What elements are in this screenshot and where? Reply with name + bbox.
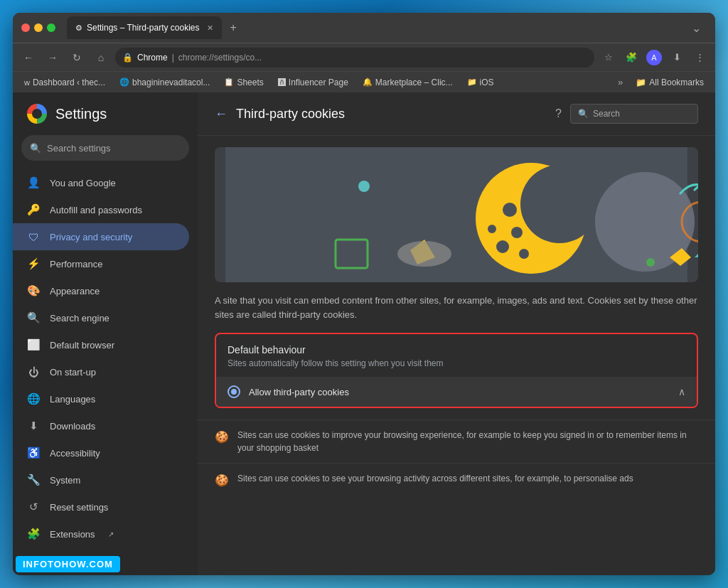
radio-selected-icon bbox=[228, 385, 240, 398]
accessibility-icon: ♿ bbox=[27, 447, 40, 459]
appearance-icon: 🎨 bbox=[27, 284, 40, 297]
sidebar-item-startup[interactable]: ⏻ On start-up bbox=[13, 358, 189, 385]
bookmark-w-icon: w bbox=[24, 78, 30, 87]
cookie-icon-1: 🍪 bbox=[215, 430, 229, 444]
sidebar-label-extensions: Extensions bbox=[50, 529, 95, 540]
svg-point-3 bbox=[520, 165, 599, 243]
profile-button[interactable]: A bbox=[644, 48, 664, 68]
autofill-icon: 🔑 bbox=[27, 203, 40, 216]
cookie-illustration bbox=[215, 147, 698, 282]
active-tab[interactable]: ⚙ Settings – Third-party cookies ✕ bbox=[67, 16, 222, 39]
sidebar-label-you-and-google: You and Google bbox=[50, 178, 116, 188]
reload-button[interactable]: ↻ bbox=[67, 48, 87, 68]
page-search-box[interactable]: 🔍 Search bbox=[570, 104, 698, 124]
bookmark-star-button[interactable]: ☆ bbox=[599, 48, 619, 68]
forward-button[interactable]: → bbox=[43, 48, 63, 68]
page-search-label: Search bbox=[593, 109, 620, 119]
help-button[interactable]: ? bbox=[555, 107, 562, 120]
sidebar-label-default-browser: Default browser bbox=[50, 340, 114, 351]
maximize-button[interactable] bbox=[47, 23, 55, 32]
sub-option-text-2: Sites can use cookies to see your browsi… bbox=[237, 472, 633, 485]
sidebar-label-autofill: Autofill and passwords bbox=[50, 205, 142, 215]
performance-icon: ⚡ bbox=[27, 257, 40, 270]
bookmark-marketplace-label: Marketplace – Clic... bbox=[375, 77, 453, 87]
sub-option-text-1: Sites can use cookies to improve your br… bbox=[237, 429, 698, 454]
section-title: Default behaviour bbox=[216, 334, 697, 358]
tab-close-button[interactable]: ✕ bbox=[207, 23, 213, 33]
sidebar-item-system[interactable]: 🔧 System bbox=[13, 466, 189, 493]
bookmark-influencer[interactable]: 🅰 Influencer Page bbox=[272, 76, 354, 89]
bookmark-sheets[interactable]: 📋 Sheets bbox=[218, 76, 269, 89]
you-google-icon: 👤 bbox=[27, 176, 40, 189]
minimize-button[interactable] bbox=[34, 23, 43, 32]
profile-avatar[interactable]: A bbox=[646, 50, 662, 65]
default-browser-icon: ⬜ bbox=[27, 338, 40, 351]
bookmark-bhagini[interactable]: 🌐 bhagininevaditacol... bbox=[114, 76, 215, 89]
sidebar-item-default-browser[interactable]: ⬜ Default browser bbox=[13, 331, 189, 358]
svg-point-12 bbox=[397, 241, 451, 267]
sidebar-item-downloads[interactable]: ⬇ Downloads bbox=[13, 412, 189, 439]
page-search-icon: 🔍 bbox=[578, 109, 589, 119]
sidebar-label-privacy: Privacy and security bbox=[50, 232, 132, 242]
sidebar-item-autofill[interactable]: 🔑 Autofill and passwords bbox=[13, 196, 189, 223]
option-label: Allow third-party cookies bbox=[249, 387, 349, 397]
traffic-lights bbox=[21, 23, 55, 32]
sub-option-1: 🍪 Sites can use cookies to improve your … bbox=[198, 419, 715, 463]
external-link-icon: ↗ bbox=[108, 530, 114, 538]
bookmarks-bar: w Dashboard ‹ thec... 🌐 bhagininevaditac… bbox=[13, 71, 715, 92]
bookmark-ios[interactable]: 📁 iOS bbox=[461, 76, 500, 89]
bookmark-marketplace[interactable]: 🔔 Marketplace – Clic... bbox=[357, 76, 459, 89]
sidebar-label-accessibility: Accessibility bbox=[50, 448, 100, 459]
allow-third-party-option[interactable]: Allow third-party cookies ∧ bbox=[216, 377, 697, 407]
sidebar-item-appearance[interactable]: 🎨 Appearance bbox=[13, 277, 189, 304]
sidebar-item-performance[interactable]: ⚡ Performance bbox=[13, 250, 189, 277]
back-button[interactable]: ← bbox=[18, 48, 38, 68]
download-button[interactable]: ⬇ bbox=[667, 48, 687, 68]
settings-header: Settings bbox=[13, 92, 198, 135]
title-bar-more[interactable]: ⌄ bbox=[686, 18, 707, 38]
search-settings-box[interactable]: 🔍 Search settings bbox=[21, 135, 189, 161]
svg-point-6 bbox=[488, 225, 496, 233]
page-back-button[interactable]: ← bbox=[215, 107, 228, 122]
sidebar-label-downloads: Downloads bbox=[50, 421, 95, 432]
sidebar-item-privacy[interactable]: 🛡 Privacy and security bbox=[13, 223, 189, 250]
close-button[interactable] bbox=[21, 23, 30, 32]
chrome-logo-icon bbox=[27, 104, 47, 124]
reset-icon: ↺ bbox=[27, 501, 40, 513]
sidebar-label-appearance: Appearance bbox=[50, 286, 100, 296]
sidebar-label-performance: Performance bbox=[50, 259, 102, 269]
extensions-button[interactable]: 🧩 bbox=[621, 48, 641, 68]
page-description: A site that you visit can embed content … bbox=[215, 294, 698, 321]
page-title-area: ← Third-party cookies bbox=[215, 107, 345, 122]
sidebar-item-extensions[interactable]: 🧩 Extensions ↗ bbox=[13, 520, 189, 547]
header-right: ? 🔍 Search bbox=[555, 104, 698, 124]
title-bar: ⚙ Settings – Third-party cookies ✕ + ⌄ bbox=[13, 13, 715, 43]
search-engine-icon: 🔍 bbox=[27, 311, 40, 324]
folder-icon: 📁 bbox=[636, 77, 646, 87]
address-bar[interactable]: 🔒 Chrome | chrome://settings/co... bbox=[115, 48, 594, 68]
chevron-up-icon[interactable]: ∧ bbox=[678, 386, 685, 397]
sidebar-item-accessibility[interactable]: ♿ Accessibility bbox=[13, 439, 189, 466]
settings-title: Settings bbox=[55, 106, 107, 122]
sidebar-item-search-engine[interactable]: 🔍 Search engine bbox=[13, 304, 189, 331]
home-button[interactable]: ⌂ bbox=[91, 48, 111, 68]
bookmarks-more-button[interactable]: » bbox=[614, 75, 627, 89]
extensions-nav-icon: 🧩 bbox=[27, 528, 40, 540]
sidebar-item-languages[interactable]: 🌐 Languages bbox=[13, 385, 189, 412]
all-bookmarks-button[interactable]: 📁 All Bookmarks bbox=[630, 76, 710, 89]
sidebar-item-you-and-google[interactable]: 👤 You and Google bbox=[13, 169, 189, 196]
bookmark-sheets-label: Sheets bbox=[237, 77, 263, 87]
new-tab-button[interactable]: + bbox=[225, 18, 242, 37]
settings-tab-icon: ⚙ bbox=[75, 23, 82, 33]
bookmark-globe-icon: 🌐 bbox=[119, 77, 129, 87]
bookmark-influencer-label: Influencer Page bbox=[289, 77, 348, 87]
sidebar-item-reset[interactable]: ↺ Reset settings bbox=[13, 493, 189, 520]
search-settings-placeholder: Search settings bbox=[47, 143, 111, 154]
default-behaviour-section: Default behaviour Sites automatically fo… bbox=[215, 333, 698, 408]
nav-actions: ☆ 🧩 A ⬇ ⋮ bbox=[599, 48, 710, 68]
address-url: chrome://settings/co... bbox=[178, 53, 262, 63]
more-options-button[interactable]: ⋮ bbox=[690, 48, 710, 68]
bookmark-dashboard[interactable]: w Dashboard ‹ thec... bbox=[18, 76, 111, 89]
nav-bar: ← → ↻ ⌂ 🔒 Chrome | chrome://settings/co.… bbox=[13, 43, 715, 71]
bookmark-marketplace-icon: 🔔 bbox=[363, 77, 373, 87]
